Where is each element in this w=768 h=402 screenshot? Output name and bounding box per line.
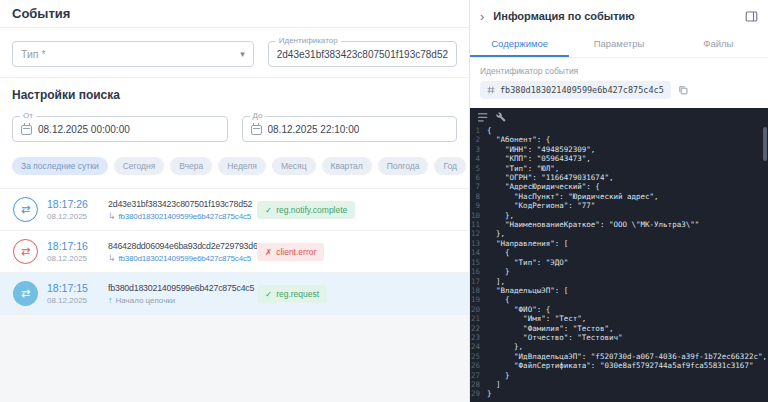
word-wrap-icon[interactable] — [478, 113, 488, 122]
code-text: { — [487, 248, 510, 257]
event-main: fb380d183021409599e6b427c875c4c5 ↑ Начал… — [108, 283, 248, 305]
cross-icon: ✗ — [265, 247, 272, 257]
tab-parameters[interactable]: Параметры — [569, 32, 668, 57]
event-row[interactable]: ⇄ 18:17:16 08.12.2025 846428dd06094e6ba9… — [0, 231, 469, 273]
event-time-block: 18:17:26 08.12.2025 — [47, 198, 99, 221]
calendar-icon[interactable] — [21, 125, 32, 135]
code-text: ], — [487, 277, 505, 286]
code-line: 22 "Фамилия": "Тестов", — [470, 324, 768, 333]
filter-chip[interactable]: Вчера — [170, 157, 212, 175]
code-text: "Направления": [ — [487, 239, 568, 248]
code-line: 1{ — [470, 126, 768, 135]
json-code[interactable]: 1{2 "Абонент": {3 "ИНН": "4948592309",4 … — [470, 124, 768, 402]
event-main: 846428dd06094e6ba93dcd2e729793d6 ↳ fb380… — [108, 241, 248, 263]
code-text: } — [487, 371, 510, 380]
code-text: "ВладельцыЭП": [ — [487, 286, 568, 295]
code-line: 6 "ОГРН": "1166479031674", — [470, 173, 768, 182]
tab-content[interactable]: Содержимое — [470, 32, 569, 57]
filter-chip[interactable]: Полгода — [378, 157, 429, 175]
code-line: 21 "Имя": "Тест", — [470, 314, 768, 323]
page-title: События — [12, 6, 70, 21]
event-id-label: Идентификатор события — [480, 66, 758, 76]
json-editor[interactable]: 1{2 "Абонент": {3 "ИНН": "4948592309",4 … — [470, 108, 768, 402]
code-line: 23 "Отчество": "Тестович" — [470, 333, 768, 342]
event-time: 18:17:16 — [47, 240, 99, 252]
code-text: "ОГРН": "1166479031674", — [487, 173, 613, 182]
line-number: 13 — [470, 239, 487, 248]
line-number: 19 — [470, 295, 487, 304]
date-to-input[interactable]: До 08.12.2025 22:10:00 — [242, 116, 458, 142]
filter-chip[interactable]: Месяц — [272, 157, 316, 175]
filter-chip[interactable]: Сегодня — [114, 157, 165, 175]
line-number: 6 — [470, 173, 487, 182]
parent-event-link[interactable]: fb380d183021409599e6b427c875c4c5 — [119, 254, 251, 263]
code-line: 5 "Тип": "ЮЛ", — [470, 164, 768, 173]
line-number: 27 — [470, 371, 487, 380]
swap-arrows-icon: ⇄ — [21, 287, 30, 300]
line-number: 4 — [470, 154, 487, 163]
line-number: 23 — [470, 333, 487, 342]
wrench-icon[interactable] — [496, 112, 506, 122]
filter-chip[interactable]: За последние сутки — [12, 157, 108, 175]
event-id-value: fb380d183021409599e6b427c875c4c5 — [500, 85, 664, 95]
event-time: 18:17:26 — [47, 198, 99, 210]
code-text: } — [487, 389, 492, 398]
status-badge-label: reg.request — [276, 289, 319, 299]
calendar-icon[interactable] — [251, 125, 262, 135]
line-number: 21 — [470, 314, 487, 323]
filter-chip[interactable]: Неделя — [218, 157, 266, 175]
line-number: 2 — [470, 135, 487, 144]
code-line: 14 { — [470, 248, 768, 257]
filter-chip[interactable]: Квартал — [322, 157, 372, 175]
code-line: 7 "АдресЮридический": { — [470, 182, 768, 191]
line-number: 5 — [470, 164, 487, 173]
event-date: 08.12.2025 — [47, 254, 99, 263]
swap-arrows-icon: ⇄ — [21, 203, 30, 216]
check-icon: ✓ — [265, 289, 272, 299]
line-number: 22 — [470, 324, 487, 333]
parent-event-link[interactable]: fb380d183021409599e6b427c875c4c5 — [119, 212, 251, 221]
type-select[interactable]: Тип * ▾ — [12, 41, 254, 67]
dock-panel-icon[interactable] — [745, 10, 758, 23]
line-number: 29 — [470, 389, 487, 398]
code-text: "Отчество": "Тестович" — [487, 333, 622, 342]
identifier-input[interactable]: Идентификатор 2d43e31bf383423c807501f193… — [268, 41, 457, 67]
code-line: 16 } — [470, 267, 768, 276]
event-id: fb380d183021409599e6b427c875c4c5 — [108, 283, 248, 293]
quick-filter-chips: За последние сутки Сегодня Вчера Неделя … — [12, 157, 457, 175]
tab-files[interactable]: Файлы — [669, 32, 768, 57]
code-line: 13 "Направления": [ — [470, 239, 768, 248]
chevron-down-icon: ▾ — [240, 49, 245, 59]
event-exchange-icon: ⇄ — [13, 197, 38, 222]
code-line: 28 ] — [470, 380, 768, 389]
filter-chip[interactable]: Год — [434, 157, 466, 175]
identifier-input-label: Идентификатор — [276, 36, 341, 46]
line-number: 15 — [470, 258, 487, 267]
event-row-selected[interactable]: ⇄ 18:17:15 08.12.2025 fb380d183021409599… — [0, 273, 469, 315]
editor-scrollbar[interactable] — [763, 127, 767, 161]
code-line: 26 "ФайлСертификата": "030e8af5792744a5a… — [470, 361, 768, 370]
copy-icon[interactable] — [678, 85, 688, 95]
line-number: 9 — [470, 201, 487, 210]
code-line: 24 }, — [470, 342, 768, 351]
filter-bar: Тип * ▾ Идентификатор 2d43e31bf383423c80… — [0, 28, 469, 78]
event-info-panel: › Информация по событию Содержимое Парам… — [470, 0, 768, 402]
event-time: 18:17:15 — [47, 282, 99, 294]
line-number: 10 — [470, 211, 487, 220]
hash-icon — [487, 86, 495, 94]
line-number: 11 — [470, 220, 487, 229]
event-list: ⇄ 18:17:26 08.12.2025 2d43e31bf383423c80… — [0, 189, 469, 315]
line-number: 17 — [470, 277, 487, 286]
event-id-section: Идентификатор события fb380d183021409599… — [470, 58, 768, 108]
event-row[interactable]: ⇄ 18:17:26 08.12.2025 2d43e31bf383423c80… — [0, 189, 469, 231]
line-number: 18 — [470, 286, 487, 295]
collapse-panel-icon[interactable]: › — [480, 9, 484, 24]
line-number: 26 — [470, 361, 487, 370]
code-line: 11 "НаименованиеКраткое": "ООО \"МК-Ульт… — [470, 220, 768, 229]
code-text: } — [487, 267, 510, 276]
status-badge-label: reg.notify.complete — [276, 205, 347, 215]
code-text: "Тип": "ЮЛ", — [487, 164, 559, 173]
date-from-input[interactable]: От 08.12.2025 00:00:00 — [12, 116, 228, 142]
code-line: 27 } — [470, 371, 768, 380]
event-info-title: Информация по событию — [493, 10, 736, 22]
